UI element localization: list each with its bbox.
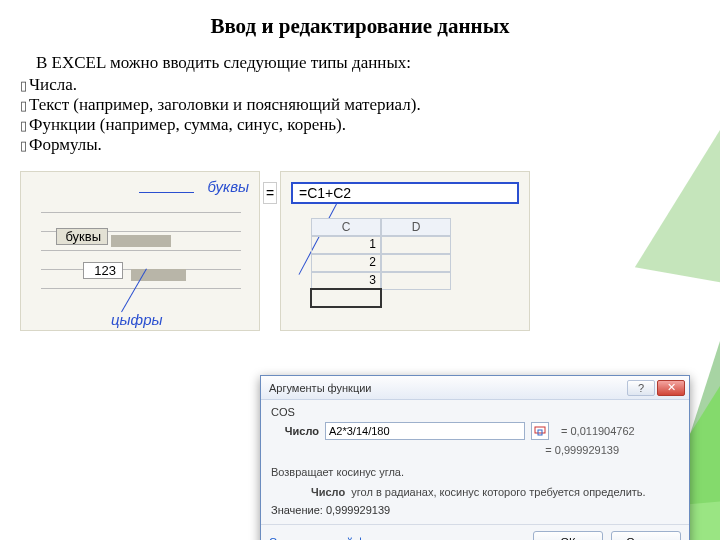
cell-value: 1 — [311, 236, 381, 254]
formula-bar: =C1+C2 — [291, 182, 519, 204]
figure-formula: = =C1+C2 C D 1 2 3 — [280, 171, 530, 331]
function-description: Возвращает косинус угла. — [271, 466, 679, 478]
col-header-c: C — [311, 218, 381, 236]
figure-letters-digits: буквы буквы 123 цыфры — [20, 171, 260, 331]
arg-label: Число — [271, 425, 319, 437]
arg-description-text: угол в радианах, косинус которого требуе… — [351, 486, 645, 498]
arg-evaluated: = 0,011904762 — [561, 425, 635, 437]
bullet-item: Текст (например, заголовки и поясняющий … — [20, 95, 700, 115]
label-letters: буквы — [207, 178, 249, 195]
value-label: Значение: — [271, 504, 323, 516]
value-result: 0,999929139 — [326, 504, 390, 516]
bullet-item: Функции (например, сумма, синус, корень)… — [20, 115, 700, 135]
range-selector-button[interactable] — [531, 422, 549, 440]
help-link[interactable]: Справка по этой функции — [269, 536, 525, 540]
cancel-button[interactable]: Отмена — [611, 531, 681, 540]
help-button[interactable]: ? — [627, 380, 655, 396]
cell-text-example: буквы — [56, 228, 108, 245]
intro-text: В EXCEL можно вводить следующие типы дан… — [36, 53, 700, 73]
bullet-item: Формулы. — [20, 135, 700, 155]
arg-description: Число угол в радианах, косинус которого … — [311, 486, 679, 498]
equals-sign: = — [263, 182, 277, 204]
label-digits: цыфры — [111, 311, 163, 328]
cell-value: 2 — [311, 254, 381, 272]
result-preview: = 0,999929139 — [271, 444, 679, 456]
close-button[interactable]: ✕ — [657, 380, 685, 396]
range-selector-icon — [534, 425, 546, 437]
function-name: COS — [271, 406, 679, 418]
bullet-item: Числа. — [20, 75, 700, 95]
arg-description-label: Число — [311, 486, 345, 498]
cell-selection — [310, 288, 382, 308]
col-header-d: D — [381, 218, 451, 236]
dialog-title: Аргументы функции — [265, 382, 625, 394]
page-title: Ввод и редактирование данных — [0, 14, 720, 39]
arg-input[interactable] — [325, 422, 525, 440]
cell-number-example: 123 — [83, 262, 123, 279]
ok-button[interactable]: ОК — [533, 531, 603, 540]
dialog-titlebar: Аргументы функции ? ✕ — [261, 376, 689, 400]
function-arguments-dialog: Аргументы функции ? ✕ COS Число = 0,0119… — [260, 375, 690, 540]
bullet-list: Числа. Текст (например, заголовки и пояс… — [20, 75, 700, 155]
